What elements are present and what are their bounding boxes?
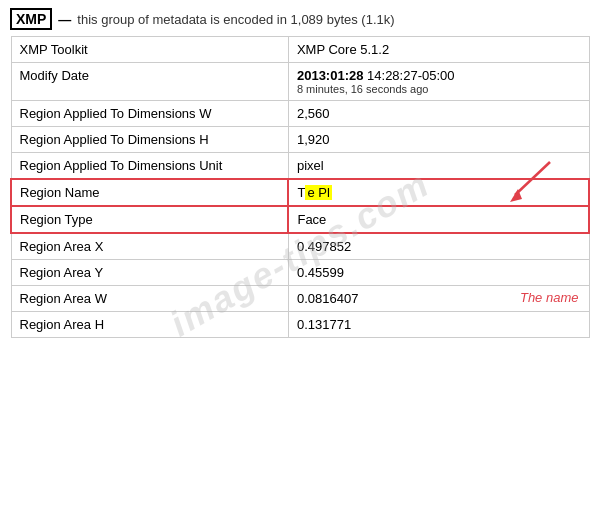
table-row: Region Area H 0.131771 [11,312,589,338]
metadata-table: XMP Toolkit XMP Core 5.1.2 Modify Date 2… [10,36,590,338]
table-row-region-name: Region Name Te Pl [11,179,589,206]
table-row-region-type: Region Type Face [11,206,589,233]
table-cell-key: Region Area Y [11,260,288,286]
table-cell-key: Region Applied To Dimensions H [11,127,288,153]
table-cell-key: Region Area X [11,233,288,260]
date-bold: 2013:01:28 [297,68,364,83]
table-cell-value: Te Pl [288,179,589,206]
table-cell-value: 2013:01:28 14:28:27-05:00 8 minutes, 16 … [288,63,589,101]
table-cell-key: Region Area H [11,312,288,338]
date-relative: 8 minutes, 16 seconds ago [297,83,581,95]
section-header: XMP — this group of metadata is encoded … [10,8,590,30]
table-row: Region Area X 0.497852 [11,233,589,260]
table-row: Region Applied To Dimensions H 1,920 [11,127,589,153]
table-cell-value: 2,560 [288,101,589,127]
the-name-annotation: The name [520,290,579,305]
table-cell-key: Region Applied To Dimensions W [11,101,288,127]
table-row: Modify Date 2013:01:28 14:28:27-05:00 8 … [11,63,589,101]
page-container: XMP — this group of metadata is encoded … [0,0,600,346]
svg-line-0 [515,162,550,195]
table-cell-value: XMP Core 5.1.2 [288,37,589,63]
table-cell-value: 0.497852 [288,233,589,260]
region-name-text: Te Pl [297,185,331,200]
table-cell-key: Region Type [11,206,288,233]
table-cell-value: Face [288,206,589,233]
table-cell-key: Modify Date [11,63,288,101]
xmp-dash: — [58,12,71,27]
region-name-annotation: Te Pl [297,185,580,200]
table-cell-value: 0.131771 [288,312,589,338]
date-time: 14:28:27-05:00 [367,68,454,83]
table-cell-key: XMP Toolkit [11,37,288,63]
table-row: Region Area Y 0.45599 The name [11,260,589,286]
table-row: XMP Toolkit XMP Core 5.1.2 [11,37,589,63]
region-name-highlight: e Pl [305,185,331,200]
table-row: Region Area W 0.0816407 [11,286,589,312]
arrow-icon [500,157,560,207]
table-cell-key: Region Area W [11,286,288,312]
table-cell-key: Region Name [11,179,288,206]
xmp-label: XMP [10,8,52,30]
table-row: Region Applied To Dimensions W 2,560 [11,101,589,127]
xmp-description: this group of metadata is encoded in 1,0… [77,12,394,27]
table-cell-key: Region Applied To Dimensions Unit [11,153,288,180]
table-cell-value: 1,920 [288,127,589,153]
arrow-annotation [500,157,560,207]
table-cell-value: 0.45599 The name [288,260,589,286]
region-type-text: Face [297,212,326,227]
